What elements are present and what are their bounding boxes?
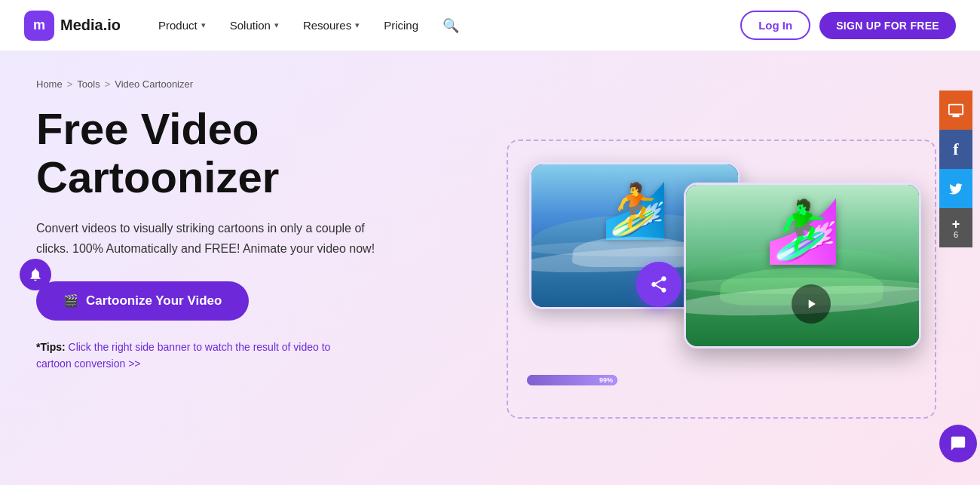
cartoonize-icon: 🎬 (63, 293, 78, 308)
breadcrumb-home[interactable]: Home (36, 78, 63, 90)
chevron-down-icon: ▾ (274, 20, 279, 30)
main-area: Home > Tools > Video Cartoonizer Free Vi… (0, 51, 980, 485)
notification-bubble[interactable] (20, 259, 51, 290)
share-count: 6 (954, 231, 958, 239)
breadcrumb-sep1: > (67, 78, 73, 90)
nav-item-pricing[interactable]: Pricing (373, 13, 429, 38)
side-icons: f + 6 (939, 0, 980, 485)
twitter-icon-button[interactable] (939, 169, 972, 208)
navbar: m Media.io Product ▾ Solution ▾ Resoures… (0, 0, 980, 51)
progress-bar: 99% (527, 375, 617, 385)
chat-icon-button[interactable] (939, 425, 977, 462)
share-button[interactable] (636, 262, 681, 307)
tips-content: Click the right side banner to watch the… (36, 341, 330, 370)
facebook-icon-button[interactable]: f (939, 130, 972, 169)
play-button[interactable] (792, 284, 831, 324)
logo-text: Media.io (60, 17, 121, 34)
tips-bold-label: *Tips: (36, 341, 66, 353)
search-icon[interactable]: 🔍 (432, 11, 470, 40)
visual-border: 🏄 99% (507, 140, 936, 419)
monitor-icon-button[interactable] (939, 91, 972, 130)
breadcrumb-tools[interactable]: Tools (77, 78, 100, 90)
breadcrumb: Home > Tools > Video Cartoonizer (36, 78, 499, 90)
page-title: Free Video Cartoonizer (36, 105, 428, 201)
plus-icon: + (952, 217, 960, 231)
chevron-down-icon: ▾ (355, 20, 360, 30)
login-button[interactable]: Log In (740, 11, 810, 40)
chevron-down-icon: ▾ (201, 20, 206, 30)
right-visual: 🏄 99% (499, 72, 944, 485)
logo-icon: m (24, 11, 54, 41)
nav-item-product[interactable]: Product ▾ (148, 13, 216, 38)
breadcrumb-current: Video Cartoonizer (115, 78, 193, 90)
video-card-cartoon: 🏄 (684, 183, 921, 348)
nav-links: Product ▾ Solution ▾ Resoures ▾ Pricing … (148, 11, 740, 40)
nav-item-solution[interactable]: Solution ▾ (219, 13, 289, 38)
progress-label: 99% (599, 376, 613, 384)
signup-button[interactable]: SIGN UP FOR FREE (819, 12, 956, 39)
left-content: Home > Tools > Video Cartoonizer Free Vi… (36, 72, 499, 373)
tips-text: *Tips: Click the right side banner to wa… (36, 339, 368, 373)
logo[interactable]: m Media.io (24, 11, 121, 41)
breadcrumb-sep2: > (105, 78, 111, 90)
share-count-button[interactable]: + 6 (939, 208, 972, 247)
cartoonize-button[interactable]: 🎬 Cartoonize Your Video (36, 281, 249, 321)
nav-item-resources[interactable]: Resoures ▾ (292, 13, 370, 38)
nav-actions: Log In SIGN UP FOR FREE (740, 11, 956, 40)
hero-description: Convert videos to visually striking cart… (36, 218, 398, 259)
cartoonize-label: Cartoonize Your Video (86, 293, 222, 308)
